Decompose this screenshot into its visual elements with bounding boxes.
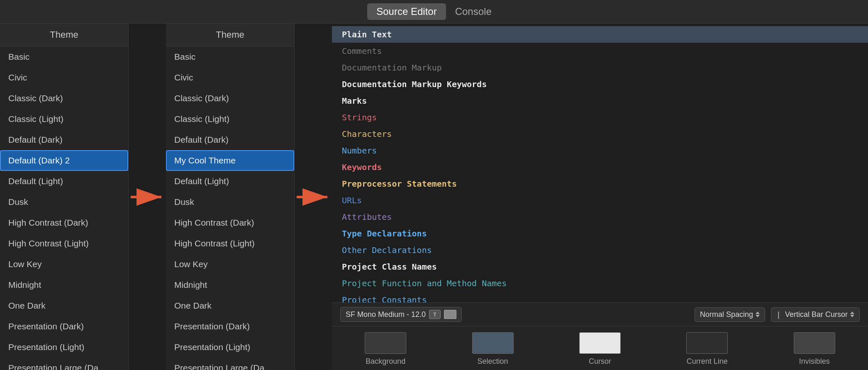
cursor-icon: | [776, 310, 781, 319]
top-bar: Source Editor Console [0, 0, 868, 24]
syntax-item[interactable]: Project Constants [332, 292, 868, 302]
middle-theme-item[interactable]: Presentation Large (Da... [166, 358, 294, 370]
swatch-item[interactable]: Current Line [686, 332, 728, 366]
left-theme-item[interactable]: Low Key [0, 254, 128, 275]
syntax-item[interactable]: Characters [332, 126, 868, 142]
left-theme-item[interactable]: High Contrast (Dark) [0, 212, 128, 233]
left-theme-item[interactable]: Default (Light) [0, 171, 128, 192]
swatch-label: Background [366, 357, 405, 366]
source-editor-tab[interactable]: Source Editor [367, 3, 446, 20]
syntax-item[interactable]: Documentation Markup [332, 59, 868, 76]
middle-theme-item[interactable]: Presentation (Dark) [166, 316, 294, 337]
font-color-box[interactable] [444, 310, 456, 319]
right-arrow-1 [129, 185, 166, 209]
left-theme-item[interactable]: Civic [0, 67, 128, 88]
swatch-box[interactable] [794, 332, 835, 354]
left-theme-item[interactable]: Default (Dark) 2 [0, 150, 128, 171]
syntax-item[interactable]: Attributes [332, 209, 868, 225]
syntax-item[interactable]: Other Declarations [332, 242, 868, 258]
console-tab[interactable]: Console [446, 3, 501, 20]
font-icon: T [429, 310, 441, 319]
left-theme-panel: Theme BasicCivicClassic (Dark)Classic (L… [0, 24, 129, 370]
swatch-box[interactable] [579, 332, 621, 354]
left-theme-item[interactable]: Dusk [0, 192, 128, 212]
main-content: Theme BasicCivicClassic (Dark)Classic (L… [0, 24, 868, 370]
syntax-item[interactable]: Strings [332, 109, 868, 126]
syntax-item[interactable]: Plain Text [332, 26, 868, 43]
middle-panel-header: Theme [166, 24, 294, 46]
left-theme-item[interactable]: Presentation (Dark) [0, 316, 128, 337]
left-theme-item[interactable]: Default (Dark) [0, 129, 128, 150]
cursor-selector[interactable]: | Vertical Bar Cursor [771, 307, 860, 322]
swatch-box[interactable] [365, 332, 406, 354]
syntax-item[interactable]: Comments [332, 43, 868, 59]
arrow-2-container [295, 24, 332, 370]
swatch-label: Current Line [687, 357, 728, 366]
left-theme-item[interactable]: Midnight [0, 275, 128, 295]
middle-theme-item[interactable]: High Contrast (Dark) [166, 212, 294, 233]
swatch-item[interactable]: Selection [472, 332, 514, 366]
swatch-label: Selection [478, 357, 508, 366]
arrow-1-container [129, 24, 166, 370]
middle-theme-item[interactable]: Classic (Dark) [166, 88, 294, 109]
left-theme-list: BasicCivicClassic (Dark)Classic (Light)D… [0, 46, 128, 370]
cursor-chevron-up-icon [850, 312, 854, 314]
middle-theme-item[interactable]: One Dark [166, 295, 294, 316]
middle-theme-item[interactable]: Basic [166, 46, 294, 67]
left-theme-item[interactable]: Classic (Dark) [0, 88, 128, 109]
middle-theme-item[interactable]: Default (Light) [166, 171, 294, 192]
middle-theme-item[interactable]: High Contrast (Light) [166, 233, 294, 254]
middle-theme-panel: Theme BasicCivicClassic (Dark)Classic (L… [166, 24, 295, 370]
cursor-stepper-icon [850, 312, 854, 317]
left-theme-item[interactable]: Presentation (Light) [0, 337, 128, 358]
syntax-panel: Plain TextCommentsDocumentation MarkupDo… [332, 24, 868, 370]
syntax-item[interactable]: Preprocessor Statements [332, 175, 868, 192]
spacing-stepper-icon [756, 312, 760, 317]
swatch-bar: Background Selection Cursor Current Line… [332, 326, 868, 370]
font-selector[interactable]: SF Mono Medium - 12.0 T [340, 307, 462, 322]
left-panel-header: Theme [0, 24, 128, 46]
middle-theme-item[interactable]: Dusk [166, 192, 294, 212]
middle-theme-item[interactable]: Midnight [166, 275, 294, 295]
left-theme-item[interactable]: High Contrast (Light) [0, 233, 128, 254]
swatch-box[interactable] [472, 332, 514, 354]
syntax-list: Plain TextCommentsDocumentation MarkupDo… [332, 24, 868, 302]
spacing-label: Normal Spacing [700, 310, 753, 319]
left-theme-item[interactable]: Classic (Light) [0, 109, 128, 129]
middle-theme-item[interactable]: My Cool Theme [166, 150, 294, 171]
bottom-toolbar: SF Mono Medium - 12.0 T Normal Spacing |… [332, 302, 868, 326]
left-theme-item[interactable]: Basic [0, 46, 128, 67]
chevron-down-icon [756, 315, 760, 317]
syntax-item[interactable]: Project Function and Method Names [332, 275, 868, 292]
font-name-label: SF Mono Medium - 12.0 [346, 310, 426, 319]
syntax-item[interactable]: Documentation Markup Keywords [332, 76, 868, 92]
swatch-label: Cursor [589, 357, 611, 366]
right-arrow-2 [295, 185, 332, 209]
syntax-item[interactable]: Marks [332, 92, 868, 109]
syntax-item[interactable]: Project Class Names [332, 258, 868, 275]
swatch-item[interactable]: Cursor [579, 332, 621, 366]
middle-theme-item[interactable]: Presentation (Light) [166, 337, 294, 358]
middle-theme-item[interactable]: Default (Dark) [166, 129, 294, 150]
spacing-selector[interactable]: Normal Spacing [695, 307, 765, 322]
cursor-chevron-down-icon [850, 315, 854, 317]
swatch-label: Invisibles [799, 357, 830, 366]
swatch-item[interactable]: Invisibles [794, 332, 835, 366]
syntax-item[interactable]: Keywords [332, 159, 868, 175]
syntax-item[interactable]: URLs [332, 192, 868, 209]
middle-theme-item[interactable]: Low Key [166, 254, 294, 275]
swatch-box[interactable] [686, 332, 728, 354]
middle-theme-item[interactable]: Civic [166, 67, 294, 88]
swatch-item[interactable]: Background [365, 332, 406, 366]
left-theme-item[interactable]: One Dark [0, 295, 128, 316]
syntax-item[interactable]: Type Declarations [332, 225, 868, 242]
middle-theme-item[interactable]: Classic (Light) [166, 109, 294, 129]
middle-theme-list: BasicCivicClassic (Dark)Classic (Light)D… [166, 46, 294, 370]
left-theme-item[interactable]: Presentation Large (Da... [0, 358, 128, 370]
cursor-label: Vertical Bar Cursor [785, 310, 848, 319]
syntax-item[interactable]: Numbers [332, 142, 868, 159]
chevron-up-icon [756, 312, 760, 314]
